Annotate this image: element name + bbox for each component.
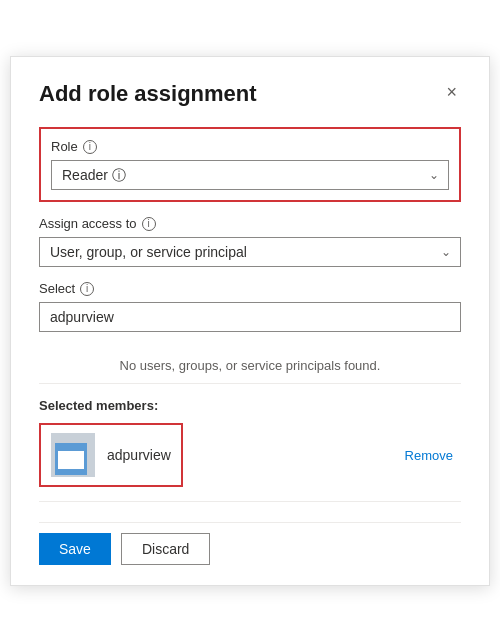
assign-access-select[interactable]: User, group, or service principal Manage…: [39, 237, 461, 267]
select-input[interactable]: [39, 302, 461, 332]
role-info-icon[interactable]: i: [83, 140, 97, 154]
assign-access-label-text: Assign access to: [39, 216, 137, 231]
close-button[interactable]: ×: [442, 81, 461, 103]
assign-access-info-icon[interactable]: i: [142, 217, 156, 231]
member-avatar: [51, 433, 95, 477]
assign-access-select-wrapper: User, group, or service principal Manage…: [39, 237, 461, 267]
selected-members-section: Selected members: adpurview Remove: [39, 398, 461, 502]
select-info-icon[interactable]: i: [80, 282, 94, 296]
member-avatar-icon: [55, 443, 87, 475]
dialog-header: Add role assignment ×: [39, 81, 461, 107]
select-label-text: Select: [39, 281, 75, 296]
role-label-text: Role: [51, 139, 78, 154]
member-name: adpurview: [107, 447, 171, 463]
dialog-title: Add role assignment: [39, 81, 257, 107]
discard-button[interactable]: Discard: [121, 533, 210, 565]
assign-access-label-row: Assign access to i: [39, 216, 461, 231]
role-select-wrapper: Reader ⓘ Contributor Owner ⌄: [51, 160, 449, 190]
add-role-dialog: Add role assignment × Role i Reader ⓘ Co…: [10, 56, 490, 586]
no-results-message: No users, groups, or service principals …: [39, 346, 461, 384]
remove-button[interactable]: Remove: [397, 444, 461, 467]
dialog-footer: Save Discard: [39, 522, 461, 565]
select-label-row: Select i: [39, 281, 461, 296]
member-card: adpurview: [39, 423, 183, 487]
select-field-group: Select i: [39, 281, 461, 332]
role-label-row: Role i: [51, 139, 449, 154]
role-select[interactable]: Reader ⓘ Contributor Owner: [51, 160, 449, 190]
save-button[interactable]: Save: [39, 533, 111, 565]
selected-members-label: Selected members:: [39, 398, 461, 413]
role-section: Role i Reader ⓘ Contributor Owner ⌄: [39, 127, 461, 202]
assign-access-group: Assign access to i User, group, or servi…: [39, 216, 461, 267]
